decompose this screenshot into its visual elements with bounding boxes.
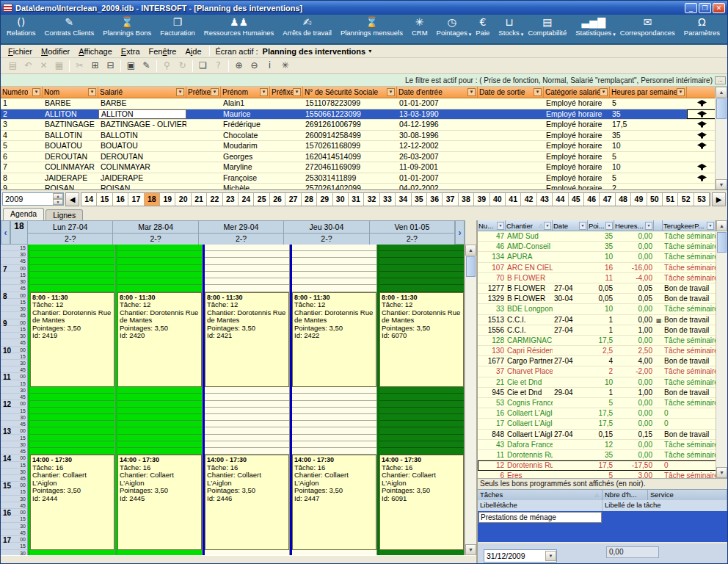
- week-cell-25[interactable]: 25: [254, 193, 269, 206]
- day-header-5[interactable]: Ven 01-052-?: [370, 220, 455, 245]
- bons-row[interactable]: 1677Cargo Partner27-0444,00Bon de travai…: [478, 356, 727, 366]
- week-cell-19[interactable]: 19: [160, 193, 175, 206]
- week-cell-52[interactable]: 52: [678, 193, 694, 206]
- week-cell-29[interactable]: 29: [317, 193, 332, 206]
- tab-agenda[interactable]: Agenda: [3, 208, 44, 220]
- save-button[interactable]: ▦: [51, 59, 67, 73]
- scroll-thumb[interactable]: [717, 232, 727, 253]
- paste-record-button[interactable]: ⊟: [103, 59, 118, 73]
- toolbar-item-plannings-mensuels[interactable]: ⌛Plannings mensuels: [336, 15, 407, 43]
- calendar-prev-icon[interactable]: ‹: [1, 220, 10, 245]
- bons-row[interactable]: 47AMD Sud350,00Tâche séminaire: [478, 231, 727, 242]
- week-cell-39[interactable]: 39: [474, 193, 489, 206]
- toolbar-item-contrats-clients[interactable]: ✎Contrats Clients: [40, 15, 99, 43]
- bons-column-nu-[interactable]: Nu...▼: [478, 220, 506, 231]
- appointment[interactable]: 14:00 - 17:30Tâche: 16Chantier: Collaert…: [379, 455, 464, 549]
- week-cell-38[interactable]: 38: [459, 193, 474, 206]
- week-cell-33[interactable]: 33: [380, 193, 396, 206]
- active-screen-value[interactable]: Planning des interventions: [261, 47, 368, 56]
- print-button[interactable]: ▣: [123, 59, 139, 73]
- week-cell-43[interactable]: 43: [537, 193, 553, 206]
- filter-dropdown-icon[interactable]: ▼: [677, 88, 685, 96]
- bons-row[interactable]: 11Dorotennis Rue350,00Tâche séminaire: [478, 450, 727, 460]
- toolbar-item-correspondances[interactable]: ✉Correspondances: [616, 15, 680, 43]
- week-cell-49[interactable]: 49: [631, 193, 647, 206]
- day-column-2[interactable]: 8:00 - 11:30Tâche: 12Chantier: Dorotenni…: [115, 245, 203, 555]
- day-header-4[interactable]: Jeu 30-042-?: [284, 220, 369, 245]
- toolbar-item-facturation[interactable]: ❐Facturation: [156, 15, 200, 43]
- column-header-n-de-s-curit-sociale[interactable]: N° de Sécurité Sociale▼: [303, 87, 397, 98]
- bons-column-heures-[interactable]: Heures...▼: [614, 220, 654, 231]
- bons-row[interactable]: 1277B FLOWER27-040,050,05Bon de travail: [478, 283, 727, 294]
- hours-column-label[interactable]: Nbre d'h...: [603, 490, 648, 500]
- copy-record-button[interactable]: ⊞: [87, 59, 103, 73]
- column-header-salari-[interactable]: Salarié▼: [98, 87, 186, 98]
- week-cell-28[interactable]: 28: [302, 193, 317, 206]
- day-column-4[interactable]: 8:00 - 11:30Tâche: 12Chantier: Dorotenni…: [290, 245, 377, 555]
- bons-row[interactable]: 33BDE Longpont100,00Tâche séminaire: [478, 304, 727, 314]
- chevron-down-icon[interactable]: ▾: [367, 48, 376, 54]
- filter-dropdown-icon[interactable]: ▼: [534, 88, 542, 96]
- help-button[interactable]: ?: [211, 59, 226, 73]
- bons-row[interactable]: 1329B FLOWER30-040,050,05Bon de travail: [478, 294, 727, 304]
- filter-dropdown-icon[interactable]: ▼: [600, 88, 608, 96]
- employee-row[interactable]: 1BARBEBARBEAlain1151107822309901-01-2007…: [1, 98, 727, 109]
- filter-dropdown-icon[interactable]: ▼: [387, 88, 395, 96]
- column-header-date-d-entr-e[interactable]: Date d'entrée▼: [397, 87, 478, 98]
- bons-row[interactable]: 848Collaert L'Aiglon27-040,150,15Bon de …: [478, 430, 727, 440]
- filter-dropdown-icon[interactable]: ▼: [211, 88, 219, 96]
- bons-row[interactable]: 130Capri Résidence2,52,50Tâche séminaire: [478, 346, 727, 356]
- bons-row[interactable]: 43Dafora France120,00Tâche séminaire: [478, 440, 727, 450]
- menu-item-fichier[interactable]: Fichier: [4, 46, 37, 57]
- week-cell-53[interactable]: 53: [694, 193, 710, 206]
- zoom-out-button[interactable]: ⊖: [247, 59, 262, 73]
- week-cell-37[interactable]: 37: [443, 193, 458, 206]
- bons-row[interactable]: 17Collaert L'Aiglon17,50,000: [478, 419, 727, 429]
- toolbar-item-pointages[interactable]: ◷Pointages: [432, 15, 472, 43]
- search-button[interactable]: ⚲: [159, 59, 175, 73]
- column-header-num-ro[interactable]: Numéro△▼: [1, 87, 43, 98]
- bons-column-blank[interactable]: [654, 220, 663, 231]
- tab-lignes[interactable]: Lignes: [46, 209, 83, 220]
- year-spinner[interactable]: 2009 ▲ ▼: [2, 192, 64, 206]
- employee-row[interactable]: 9ROISANROISANMichèle257026140209904-02-2…: [1, 184, 727, 190]
- week-cell-50[interactable]: 50: [647, 193, 663, 206]
- bons-row[interactable]: 1556C.C.I.27-0411,00Bon de travail: [478, 325, 727, 336]
- filter-dropdown-icon[interactable]: ▼: [544, 222, 551, 230]
- close-button[interactable]: ✕: [713, 3, 725, 13]
- filter-dropdown-icon[interactable]: ▼: [176, 88, 184, 96]
- menu-item-affichage[interactable]: Affichage: [74, 46, 117, 57]
- menu-item-aide[interactable]: Aide: [181, 46, 205, 57]
- column-header-heures-par-semaine[interactable]: Heures par semaine▼: [610, 87, 687, 98]
- date-combobox[interactable]: 31/12/2009 ▼: [484, 549, 557, 563]
- bons-row[interactable]: 16Collaert L'Aiglon17,50,000: [478, 408, 727, 419]
- week-cell-46[interactable]: 46: [584, 193, 600, 206]
- calendar-next-icon[interactable]: ›: [455, 220, 465, 245]
- employee-grid-scrollbar[interactable]: ▲ ▼: [715, 87, 727, 190]
- week-cell-40[interactable]: 40: [490, 193, 506, 206]
- week-scroll-left-button[interactable]: ◀: [65, 192, 79, 206]
- toolbar-item-comptabilite[interactable]: ▤Comptabilité: [523, 15, 571, 43]
- week-cell-23[interactable]: 23: [223, 193, 239, 206]
- hours-field[interactable]: 0,00: [606, 546, 659, 558]
- week-cell-34[interactable]: 34: [396, 193, 411, 206]
- toolbar-item-relations[interactable]: ()Relations: [2, 15, 40, 43]
- cut-button[interactable]: ✂: [72, 59, 87, 73]
- selected-task-row[interactable]: Prestations de ménage: [478, 511, 727, 524]
- week-cell-27[interactable]: 27: [285, 193, 301, 206]
- column-header-date-de-sortie[interactable]: Date de sortie▼: [478, 87, 544, 98]
- week-cell-30[interactable]: 30: [333, 193, 349, 206]
- column-header-nom[interactable]: Nom▼: [43, 87, 98, 98]
- appointment[interactable]: 8:00 - 11:30Tâche: 12Chantier: Dorotenni…: [292, 292, 376, 387]
- week-cell-16[interactable]: 16: [113, 193, 128, 206]
- toolbar-item-plannings-bons[interactable]: ⌛Plannings Bons: [98, 15, 156, 43]
- week-cell-41[interactable]: 41: [506, 193, 521, 206]
- week-cell-35[interactable]: 35: [412, 193, 427, 206]
- toolbar-item-parametres[interactable]: ΩParamètres: [680, 15, 724, 43]
- service-column-label[interactable]: Service: [648, 490, 727, 500]
- bons-row[interactable]: 1513C.C.I.27-0410,00▦✓Bon de travail: [478, 315, 727, 325]
- toolbar-item-crm[interactable]: ✳CRM: [407, 15, 432, 43]
- bons-row[interactable]: 12Dorotennis Rue17,5-17,500: [478, 460, 727, 471]
- filter-dropdown-icon[interactable]: ▼: [32, 88, 40, 96]
- week-cell-31[interactable]: 31: [349, 193, 364, 206]
